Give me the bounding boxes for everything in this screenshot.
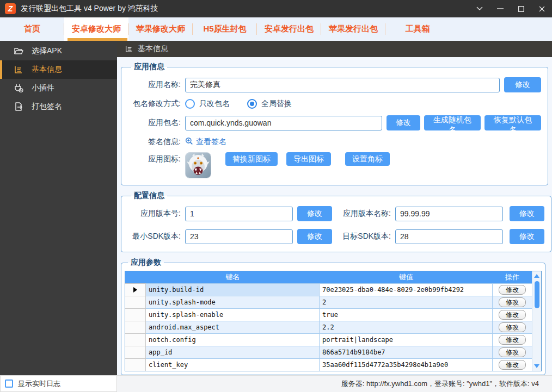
row-selector-cell[interactable] (125, 308, 146, 321)
version-code-input[interactable] (185, 207, 293, 221)
content-header: 基本信息 (117, 41, 552, 57)
param-value[interactable]: 70e23025-dba0-484e-8029-2e0b99fb4292 (320, 283, 493, 296)
param-value[interactable]: 2 (320, 296, 493, 308)
modify-param-button[interactable]: 修改 (499, 360, 526, 370)
tab-h5-package[interactable]: H5原生封包 (193, 17, 257, 41)
param-value[interactable]: 2.2 (320, 321, 493, 333)
tab-ios-publish[interactable]: 苹果发行出包 (321, 17, 385, 41)
version-name-label: 应用版本名称: (332, 209, 391, 219)
titlebar: Z 发行联盟出包工具 v4 Power by 鸿茁科技 (0, 0, 552, 17)
sidebar-item-label: 选择APK (32, 46, 62, 56)
replace-icon-button[interactable]: 替换新图标 (225, 152, 278, 166)
param-value[interactable]: 866a5714b9184be7 (320, 346, 493, 358)
column-header-key: 键名 (146, 272, 320, 282)
table-scrollbar[interactable] (532, 271, 541, 371)
target-sdk-input[interactable] (395, 229, 503, 244)
row-selector-cell[interactable] (125, 283, 146, 296)
chevron-down-icon[interactable] (469, 0, 490, 17)
maximize-button[interactable] (511, 0, 531, 17)
restore-pkg-button[interactable]: 恢复默认包名 (484, 115, 541, 130)
modify-target-sdk-button[interactable]: 修改 (510, 229, 544, 244)
pkg-mode-label: 包名修改方式: (128, 99, 181, 109)
sidebar-item-label: 基本信息 (32, 65, 62, 74)
tab-android-publish[interactable]: 安卓发行出包 (257, 17, 321, 41)
row-selector-cell[interactable] (125, 296, 146, 308)
param-value[interactable]: true (320, 308, 493, 321)
row-selector-cell[interactable] (125, 358, 146, 371)
view-signature-link[interactable]: 查看签名 (196, 137, 226, 147)
param-key[interactable]: unity.splash-mode (146, 296, 320, 308)
modify-version-name-button[interactable]: 修改 (510, 206, 544, 221)
tab-ios-modify[interactable]: 苹果修改大师 (128, 17, 193, 41)
modify-app-name-button[interactable]: 修改 (504, 77, 541, 92)
config-legend: 配置信息 (131, 191, 167, 201)
scroll-down-icon[interactable] (534, 364, 539, 368)
version-name-input[interactable] (395, 207, 503, 221)
radio-global-replace[interactable] (247, 99, 257, 109)
status-bar: 服务器: http://fx.ywhd1.com，登录账号: "ywhd1"，软… (117, 375, 552, 392)
magnifier-plus-icon (185, 137, 193, 147)
sign-info-label: 签名信息: (128, 137, 181, 147)
params-table: 键名 键值 操作 unity.build-id 70e23025-dba0-48… (125, 271, 542, 371)
app-name-input[interactable] (185, 78, 500, 92)
radio-only-rename[interactable] (185, 99, 195, 109)
min-sdk-input[interactable] (185, 229, 293, 244)
pkg-mode-row: 包名修改方式: 只改包名 全局替换 (128, 99, 541, 109)
scroll-up-icon[interactable] (534, 274, 539, 278)
table-row[interactable]: unity.splash-enable true 修改 (125, 308, 532, 321)
modify-param-button[interactable]: 修改 (499, 335, 526, 345)
table-row[interactable]: app_id 866a5714b9184be7 修改 (125, 346, 532, 358)
app-logo: Z (5, 3, 16, 14)
pkg-name-input[interactable] (185, 116, 382, 130)
row-selector-cell[interactable] (125, 346, 146, 358)
param-value[interactable]: portrait|landscape (320, 333, 493, 346)
window-title: 发行联盟出包工具 v4 Power by 鸿茁科技 (21, 4, 158, 14)
modify-param-button[interactable]: 修改 (499, 310, 526, 320)
table-row[interactable]: unity.splash-mode 2 修改 (125, 296, 532, 308)
tab-home[interactable]: 首页 (0, 17, 64, 41)
sidebar-item-basic-info[interactable]: 基本信息 (0, 60, 117, 79)
row-selector-cell[interactable] (125, 321, 146, 333)
tab-android-modify[interactable]: 安卓修改大师 (64, 17, 128, 41)
modify-version-code-button[interactable]: 修改 (297, 206, 332, 221)
modify-param-button[interactable]: 修改 (499, 285, 526, 295)
show-log-checkbox[interactable] (5, 379, 13, 388)
column-header-action: 操作 (493, 272, 532, 282)
minimize-button[interactable] (490, 0, 511, 17)
tab-toolbox[interactable]: 工具箱 (385, 17, 450, 41)
table-row[interactable]: notch.config portrait|landscape 修改 (125, 333, 532, 346)
export-icon-button[interactable]: 导出图标 (286, 152, 331, 166)
modify-param-button[interactable]: 修改 (499, 347, 526, 357)
table-row[interactable]: client_key 35aa60df115d4772a35b4298e4b1a… (125, 358, 532, 371)
modify-min-sdk-button[interactable]: 修改 (297, 229, 332, 244)
row-selector-cell[interactable] (125, 333, 146, 346)
set-badge-button[interactable]: 设置角标 (345, 152, 390, 166)
table-row[interactable]: android.max_aspect 2.2 修改 (125, 321, 532, 333)
random-pkg-button[interactable]: 生成随机包名 (424, 115, 481, 130)
show-log-label: 显示实时日志 (18, 379, 60, 389)
param-key[interactable]: unity.build-id (146, 283, 320, 296)
sidebar-item-label: 小插件 (32, 83, 54, 93)
params-table-header: 键名 键值 操作 (125, 271, 532, 283)
target-sdk-label: 目标SDK版本: (332, 232, 391, 241)
min-sdk-label: 最小SDK版本: (128, 232, 181, 241)
config-row: 应用版本号: 修改 应用版本名称: 修改 (128, 206, 544, 221)
param-key[interactable]: android.max_aspect (146, 321, 320, 333)
scrollbar-thumb[interactable] (535, 281, 539, 308)
config-section: 配置信息 应用版本号: 修改 应用版本名称: 修改 最小SDK版本: 修改 目标… (121, 191, 551, 252)
modify-pkg-button[interactable]: 修改 (387, 115, 420, 130)
param-key[interactable]: app_id (146, 346, 320, 358)
param-key[interactable]: unity.splash-enable (146, 308, 320, 321)
param-value[interactable]: 35aa60df115d4772a35b4298e4b1a9e0 (320, 358, 493, 371)
table-row[interactable]: unity.build-id 70e23025-dba0-484e-8029-2… (125, 283, 532, 296)
modify-param-button[interactable]: 修改 (499, 297, 526, 307)
sidebar-item-select-apk[interactable]: 选择APK (0, 42, 117, 60)
param-key[interactable]: client_key (146, 358, 320, 371)
sidebar-item-plugins[interactable]: 小插件 (0, 79, 117, 97)
folder-open-icon (14, 46, 23, 56)
close-button[interactable] (531, 0, 552, 17)
param-key[interactable]: notch.config (146, 333, 320, 346)
modify-param-button[interactable]: 修改 (499, 322, 526, 332)
sidebar-item-package-sign[interactable]: 打包签名 (0, 97, 117, 116)
params-legend: 应用参数 (128, 258, 164, 267)
